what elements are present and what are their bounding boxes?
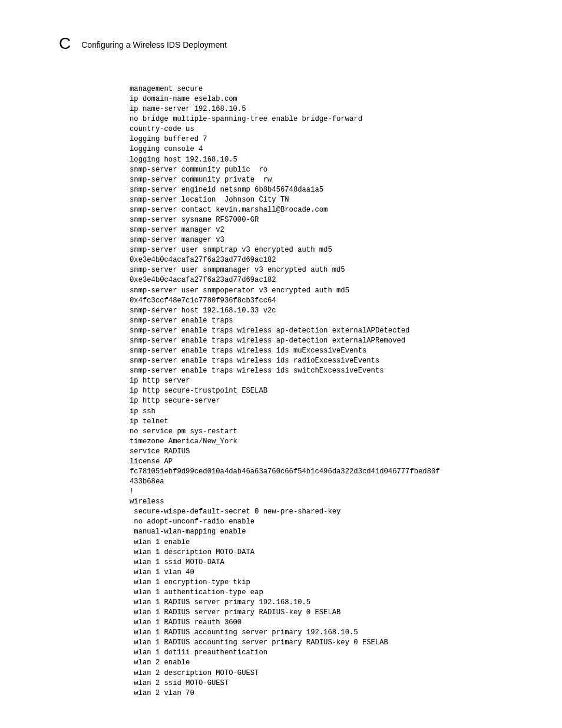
page: C Configuring a Wireless IDS Deployment …	[0, 0, 562, 728]
appendix-letter: C	[59, 35, 71, 52]
config-code-block: management secure ip domain-name eselab.…	[130, 84, 503, 699]
page-title: Configuring a Wireless IDS Deployment	[81, 40, 227, 50]
page-header: C Configuring a Wireless IDS Deployment	[59, 35, 503, 52]
